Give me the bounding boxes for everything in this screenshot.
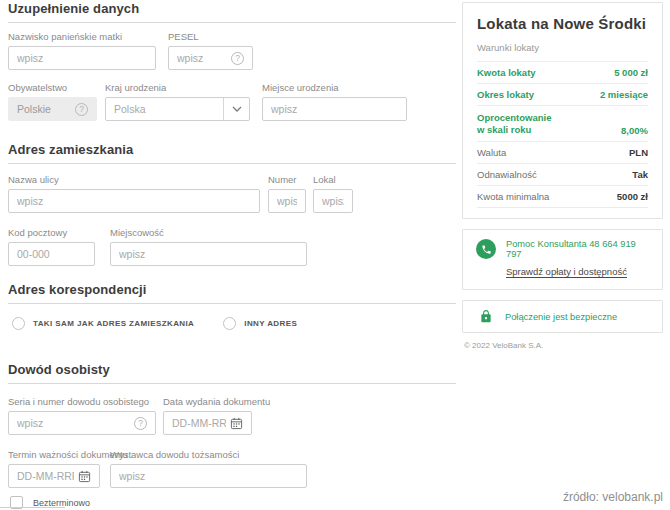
birth-country-value: Polska	[114, 103, 219, 115]
pesel-input[interactable]	[177, 52, 227, 64]
deposit-subtitle: Warunki lokaty	[477, 42, 648, 62]
field-id-number: Seria i numer dowodu osobistego ?	[8, 396, 156, 435]
birth-country-label: Kraj urodzenia	[105, 82, 250, 93]
birth-place-label: Miejsce urodzenia	[262, 82, 407, 93]
radio-option-same-address[interactable]: TAKI SAM JAK ADRES ZAMIESZKANIA	[12, 317, 194, 330]
section-title-id-document: Dowód osobisty	[8, 363, 456, 384]
source-note: źródło: velobank.pl	[563, 490, 663, 504]
row-value: 5 000 zł	[614, 67, 648, 78]
summary-row-interest: Oprocentowanie w skali roku 8,00%	[477, 106, 648, 142]
apartment-input[interactable]	[322, 195, 344, 207]
consultant-card: Pomoc Konsultanta 48 664 919 797 Sprawdź…	[462, 229, 663, 290]
number-label: Numer	[268, 174, 306, 185]
city-input[interactable]	[119, 248, 298, 260]
help-icon[interactable]: ?	[75, 103, 88, 116]
deposit-title: Lokata na Nowe Środki	[477, 15, 648, 33]
id-number-box: ?	[8, 411, 156, 435]
postal-code-input[interactable]	[17, 248, 86, 260]
field-street: Nazwa ulicy	[8, 174, 260, 213]
birth-country-select[interactable]: Polska	[105, 97, 250, 121]
row-label: Okres lokaty	[477, 89, 534, 100]
summary-row-currency: Waluta PLN	[477, 142, 648, 164]
field-postal-code: Kod pocztowy	[8, 227, 95, 266]
field-city: Miejscowość	[110, 227, 307, 266]
row-residence-1: Nazwa ulicy Numer Lokal	[8, 174, 456, 213]
birth-place-input[interactable]	[271, 103, 398, 115]
street-input[interactable]	[17, 195, 251, 207]
radio-option-other-address[interactable]: INNY ADRES	[223, 317, 297, 330]
issue-date-label: Data wydania dokumentu	[163, 396, 252, 407]
help-icon[interactable]: ?	[231, 52, 244, 65]
citizenship-input	[17, 103, 71, 115]
issuer-input[interactable]	[119, 470, 298, 482]
expiry-date-input[interactable]	[17, 470, 74, 482]
mother-maiden-name-label: Nazwisko panieńskie matki	[8, 31, 156, 42]
field-pesel: PESEL ?	[168, 31, 253, 70]
secure-connection-text: Połączenie jest bezpieczne	[505, 312, 617, 322]
apartment-box	[313, 189, 353, 213]
section-personal-data: Uzupełnienie danych Nazwisko panieńskie …	[8, 2, 456, 121]
row-label: Odnawialność	[477, 169, 537, 180]
section-residence-address: Adres zamieszkania Nazwa ulicy Numer Lok…	[8, 143, 456, 266]
field-expiry-date: Termin ważności dokumentu	[8, 449, 100, 488]
row-value: 5000 zł	[617, 191, 648, 202]
section-id-document: Dowód osobisty Seria i numer dowodu osob…	[8, 363, 456, 509]
deposit-summary-panel: Lokata na Nowe Środki Warunki lokaty Kwo…	[462, 2, 663, 350]
phone-icon	[476, 239, 496, 259]
id-number-input[interactable]	[17, 417, 130, 429]
deposit-summary-card: Lokata na Nowe Środki Warunki lokaty Kwo…	[462, 2, 663, 219]
section-title-personal: Uzupełnienie danych	[8, 2, 456, 23]
pesel-box: ?	[168, 46, 253, 70]
chevron-down-icon[interactable]	[223, 98, 249, 120]
postal-code-box	[8, 242, 95, 266]
radio-icon[interactable]	[223, 317, 236, 330]
row-label: Kwota minimalna	[477, 191, 549, 202]
row-personal-2: Obywatelstwo ? Kraj urodzenia Polska Mie…	[8, 82, 456, 121]
row-id-2: Termin ważności dokumentu Wystawca dowod…	[8, 449, 456, 488]
help-icon[interactable]: ?	[134, 417, 147, 430]
row-residence-2: Kod pocztowy Miejscowość	[8, 227, 456, 266]
calendar-icon[interactable]	[78, 470, 91, 483]
row-label: Waluta	[477, 147, 506, 158]
expiry-date-box	[8, 464, 100, 488]
row-value: 8,00%	[621, 125, 648, 136]
row-value: Tak	[632, 169, 648, 180]
issue-date-box	[163, 411, 252, 435]
fees-availability-link[interactable]: Sprawdź opłaty i dostępność	[506, 266, 627, 277]
field-issuer: Wystawca dowodu tożsamości	[110, 449, 307, 488]
issue-date-input[interactable]	[172, 417, 226, 429]
cropped-divider	[0, 507, 65, 508]
section-title-residence: Adres zamieszkania	[8, 143, 456, 164]
postal-code-label: Kod pocztowy	[8, 227, 95, 238]
pesel-label: PESEL	[168, 31, 253, 42]
calendar-icon[interactable]	[230, 417, 243, 430]
birth-place-box	[262, 97, 407, 121]
number-box	[268, 189, 306, 213]
lock-icon	[479, 309, 493, 324]
issuer-label: Wystawca dowodu tożsamości	[110, 449, 307, 460]
row-value: 2 miesiące	[600, 89, 648, 100]
correspondence-options: TAKI SAM JAK ADRES ZAMIESZKANIA INNY ADR…	[8, 317, 456, 330]
page: Uzupełnienie danych Nazwisko panieńskie …	[0, 0, 670, 510]
section-title-correspondence: Adres korespondencji	[8, 283, 456, 304]
secure-connection-card: Połączenie jest bezpieczne	[462, 300, 663, 333]
no-expiry-option[interactable]: Bezterminowo	[8, 496, 456, 509]
radio-label: TAKI SAM JAK ADRES ZAMIESZKANIA	[33, 319, 194, 328]
street-label: Nazwa ulicy	[8, 174, 260, 185]
citizenship-label: Obywatelstwo	[8, 82, 97, 93]
section-correspondence-address: Adres korespondencji TAKI SAM JAK ADRES …	[8, 283, 456, 330]
summary-row-min-amount: Kwota minimalna 5000 zł	[477, 186, 648, 208]
summary-row-amount: Kwota lokaty 5 000 zł	[477, 62, 648, 84]
mother-maiden-name-box	[8, 46, 156, 70]
apartment-label: Lokal	[313, 174, 353, 185]
row-personal-1: Nazwisko panieńskie matki PESEL ?	[8, 31, 456, 70]
citizenship-box: ?	[8, 97, 97, 121]
row-id-1: Seria i numer dowodu osobistego ? Data w…	[8, 396, 456, 435]
issuer-box	[110, 464, 307, 488]
radio-icon[interactable]	[12, 317, 25, 330]
number-input[interactable]	[277, 195, 297, 207]
mother-maiden-name-input[interactable]	[17, 52, 147, 64]
city-label: Miejscowość	[110, 227, 307, 238]
copyright: © 2022 VeloBank S.A.	[462, 341, 663, 350]
consultant-phone-text: Pomoc Konsultanta 48 664 919 797	[506, 239, 649, 259]
